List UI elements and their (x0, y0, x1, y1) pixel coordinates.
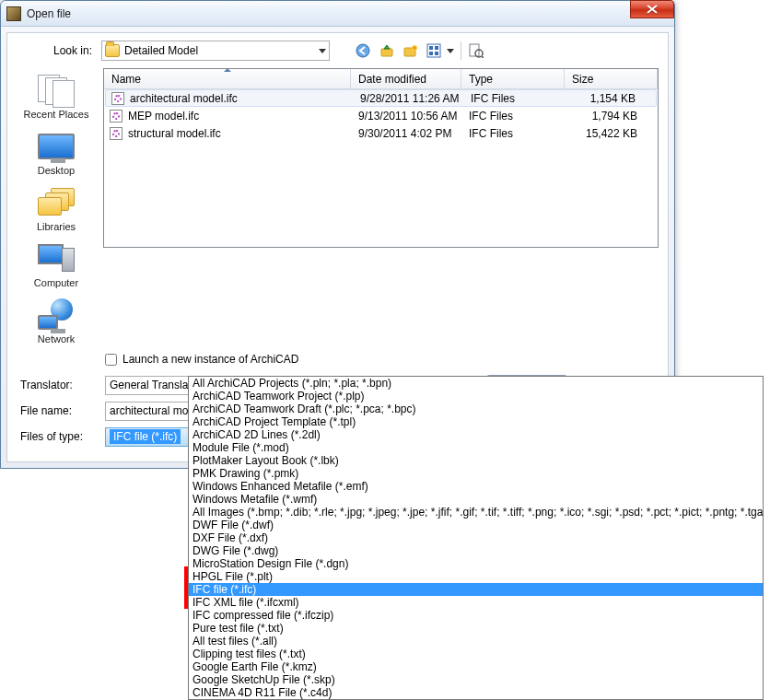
main-area: Recent Places Desktop Libraries Computer… (17, 68, 659, 347)
file-icon (110, 127, 122, 140)
place-label: Computer (20, 277, 92, 288)
titlebar[interactable]: Open file (1, 1, 674, 27)
window-buttons (630, 0, 674, 18)
filetype-value: IFC file (*.ifc) (110, 429, 181, 444)
separator (461, 41, 461, 60)
launch-instance-row: Launch a new instance of ArchiCAD (105, 353, 659, 366)
svg-rect-1 (381, 49, 392, 56)
svg-line-11 (482, 56, 484, 58)
file-date: 9/30/2011 4:02 PM (351, 127, 461, 140)
launch-instance-label: Launch a new instance of ArchiCAD (122, 353, 298, 366)
file-type: IFC Files (461, 127, 565, 140)
file-date: 9/13/2011 10:56 AM (351, 110, 461, 122)
filetype-option[interactable]: ArchiCAD Teamwork Draft (*.plc; *.pca; *… (189, 402, 763, 415)
folder-icon (105, 44, 120, 57)
file-icon (111, 92, 124, 105)
file-name: MEP model.ifc (128, 110, 199, 122)
filetype-option[interactable]: All ArchiCAD Projects (*.pln; *.pla; *.b… (189, 377, 763, 390)
file-type: IFC Files (461, 110, 565, 122)
file-name: architectural model.ifc (130, 92, 238, 105)
place-computer[interactable]: Computer (19, 239, 93, 291)
filetype-option[interactable]: ArchiCAD 2D Lines (*.2dl) (189, 428, 763, 441)
column-type[interactable]: Type (461, 69, 565, 88)
place-libraries[interactable]: Libraries (19, 182, 93, 235)
file-list[interactable]: Name Date modified Type Size architectur… (103, 68, 659, 248)
lookin-value: Detailed Model (124, 44, 198, 57)
file-type: IFC Files (463, 92, 566, 105)
back-icon[interactable] (352, 41, 374, 61)
filetype-option[interactable]: PlotMaker Layout Book (*.lbk) (189, 454, 763, 467)
filetype-option[interactable]: PMK Drawing (*.pmk) (189, 467, 763, 469)
place-network[interactable]: Network (19, 295, 93, 347)
sort-asc-icon (224, 68, 231, 72)
file-row[interactable]: structural model.ifc9/30/2011 4:02 PMIFC… (104, 124, 658, 142)
file-size: 1,794 KB (565, 110, 658, 122)
filetype-label: Files of type: (18, 430, 105, 443)
place-label: Libraries (20, 221, 92, 232)
svg-rect-6 (435, 46, 438, 50)
file-icon (110, 110, 122, 122)
svg-rect-7 (429, 52, 433, 55)
place-recent[interactable]: Recent Places (19, 70, 93, 122)
filetype-option[interactable]: ArchiCAD Teamwork Project (*.plp) (189, 390, 763, 402)
place-label: Recent Places (20, 109, 92, 120)
up-one-level-icon[interactable] (376, 41, 398, 61)
column-size[interactable]: Size (565, 69, 658, 88)
svg-point-0 (356, 44, 369, 57)
new-folder-icon[interactable] (400, 41, 422, 61)
svg-rect-5 (429, 46, 433, 50)
chevron-down-icon (319, 49, 326, 53)
lookin-combo[interactable]: Detailed Model (101, 41, 330, 61)
view-menu-icon[interactable] (424, 41, 457, 61)
places-bar: Recent Places Desktop Libraries Computer… (17, 68, 96, 347)
column-name[interactable]: Name (104, 69, 351, 88)
list-header: Name Date modified Type Size (104, 69, 658, 89)
app-icon (6, 6, 21, 21)
translator-label: Translator: (18, 379, 105, 391)
filename-label: File name: (18, 404, 105, 417)
place-label: Network (20, 333, 92, 344)
window-title: Open file (27, 7, 71, 20)
lookin-row: Look in: Detailed Model (17, 41, 659, 61)
file-row[interactable]: architectural model.ifc9/28/2011 11:26 A… (105, 89, 657, 107)
close-button[interactable] (630, 0, 674, 18)
place-label: Desktop (20, 165, 92, 176)
file-row[interactable]: MEP model.ifc9/13/2011 10:56 AMIFC Files… (104, 107, 658, 124)
svg-rect-8 (435, 52, 438, 55)
file-name: structural model.ifc (128, 127, 221, 140)
filetype-dropdown[interactable]: All ArchiCAD Projects (*.pln; *.pla; *.b… (188, 376, 764, 469)
column-date[interactable]: Date modified (351, 69, 461, 88)
place-desktop[interactable]: Desktop (19, 126, 93, 179)
file-size: 1,154 KB (566, 92, 656, 105)
file-rows: architectural model.ifc9/28/2011 11:26 A… (104, 89, 658, 247)
chevron-down-icon (447, 49, 454, 53)
filetype-option[interactable]: ArchiCAD Project Template (*.tpl) (189, 415, 763, 428)
file-date: 9/28/2011 11:26 AM (353, 92, 463, 105)
lookin-label: Look in: (17, 44, 96, 57)
filetype-option[interactable]: Module File (*.mod) (189, 441, 763, 454)
preview-icon[interactable] (465, 41, 487, 61)
toolbar (352, 41, 487, 61)
file-size: 15,422 KB (565, 127, 658, 140)
launch-instance-checkbox[interactable] (105, 354, 117, 366)
